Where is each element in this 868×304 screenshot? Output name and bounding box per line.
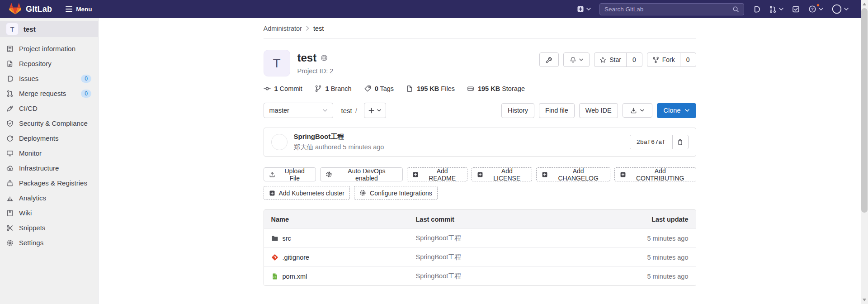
table-row[interactable]: pom.xml SpringBoot工程 5 minutes ago: [264, 266, 696, 285]
stat-tags[interactable]: 0 Tags: [364, 85, 394, 92]
stat-branches[interactable]: 1 Branch: [315, 85, 352, 92]
add-file-dropdown-button[interactable]: [364, 103, 386, 118]
gitlab-home-link[interactable]: GitLab: [9, 3, 52, 15]
chart-icon: [6, 195, 14, 202]
stat-storage[interactable]: 195 KB Storage: [467, 85, 525, 92]
fork-button[interactable]: Fork: [647, 53, 680, 66]
commit-message-link[interactable]: SpringBoot工程: [416, 272, 598, 280]
sidebar-item-ci-cd[interactable]: CI/CD: [0, 101, 98, 116]
auto-devops-button[interactable]: Auto DevOps enabled: [320, 167, 403, 181]
admin-wrench-button[interactable]: [539, 52, 559, 67]
copy-sha-button[interactable]: [672, 135, 688, 149]
search-input[interactable]: [604, 6, 732, 13]
breadcrumb-administrator-link[interactable]: Administrator: [264, 25, 302, 32]
star-count[interactable]: 0: [626, 53, 642, 66]
page-scrollbar[interactable]: [861, 0, 868, 304]
download-source-button[interactable]: [623, 103, 652, 118]
sidebar-item-snippets[interactable]: Snippets: [0, 220, 98, 235]
sidebar-item-repository[interactable]: Repository: [0, 56, 98, 71]
tag-icon: [364, 85, 371, 92]
quick-actions-row-2: Add Kubernetes cluster Configure Integra…: [264, 186, 696, 200]
add-license-button[interactable]: Add LICENSE: [472, 167, 532, 181]
wrench-icon: [546, 57, 552, 63]
file-link[interactable]: .gitignore: [283, 254, 310, 261]
find-file-button[interactable]: Find file: [539, 103, 575, 118]
merge-requests-count-badge: 0: [81, 90, 91, 98]
star-icon: [599, 57, 606, 63]
bell-icon: [570, 57, 576, 63]
sidebar-item-analytics[interactable]: Analytics: [0, 190, 98, 205]
git-file-icon: [271, 254, 278, 261]
rocket-icon: [6, 105, 14, 112]
add-readme-button[interactable]: Add README: [407, 167, 467, 181]
sidebar-item-security-compliance[interactable]: Security & Compliance: [0, 116, 98, 131]
star-button[interactable]: Star: [594, 53, 626, 66]
file-icon: [406, 85, 413, 92]
sidebar-item-monitor[interactable]: Monitor: [0, 146, 98, 161]
scrollbar-up-arrow-icon[interactable]: [863, 3, 866, 5]
fork-button-group: Fork 0: [647, 52, 696, 67]
shield-icon: [6, 120, 14, 127]
sidebar-project-header[interactable]: T test: [0, 21, 98, 37]
issues-navbar-button[interactable]: [753, 5, 760, 13]
add-changelog-button[interactable]: Add CHANGELOG: [536, 167, 610, 181]
chevron-down-icon: [779, 8, 783, 10]
new-menu-button[interactable]: [577, 5, 591, 13]
commit-sha-widget: 2baf67af: [630, 135, 689, 149]
commit-message-link[interactable]: SpringBoot工程: [416, 234, 598, 242]
issues-icon: [753, 5, 760, 13]
menu-button[interactable]: Menu: [66, 6, 92, 13]
add-contributing-button[interactable]: Add CONTRIBUTING: [614, 167, 696, 181]
sidebar-item-merge-requests[interactable]: Merge requests 0: [0, 86, 98, 101]
chevron-right-icon: [306, 26, 309, 31]
sidebar-item-issues[interactable]: Issues 0: [0, 71, 98, 86]
fork-count[interactable]: 0: [680, 53, 696, 66]
chevron-down-icon: [685, 109, 689, 112]
help-navbar-button[interactable]: ?: [808, 5, 823, 13]
gear-icon: [326, 171, 332, 178]
commit-message-link[interactable]: SpringBoot工程: [416, 253, 598, 261]
sidebar-item-settings[interactable]: Settings: [0, 235, 98, 250]
stat-commits[interactable]: 1 Commit: [264, 85, 302, 92]
repo-path: test /: [341, 107, 357, 114]
table-row[interactable]: src SpringBoot工程 5 minutes ago: [264, 228, 696, 247]
project-avatar: T: [264, 50, 290, 76]
upload-file-button[interactable]: Upload File: [264, 167, 316, 181]
configure-integrations-button[interactable]: Configure Integrations: [354, 186, 438, 200]
plus-square-icon: [577, 5, 584, 13]
user-menu-button[interactable]: [832, 4, 849, 14]
chevron-down-icon: [579, 58, 583, 61]
file-link[interactable]: pom.xml: [283, 273, 307, 280]
plus-icon: [368, 108, 374, 114]
help-icon: ?: [808, 5, 816, 13]
sidebar-item-wiki[interactable]: Wiki: [0, 205, 98, 220]
top-navbar: GitLab Menu: [0, 0, 861, 18]
commit-author-avatar[interactable]: [271, 134, 288, 150]
search-box[interactable]: [599, 3, 744, 15]
add-kubernetes-cluster-button[interactable]: Add Kubernetes cluster: [264, 186, 350, 200]
repo-path-root[interactable]: test: [341, 107, 352, 114]
disk-icon: [467, 85, 474, 92]
commit-sha: 2baf67af: [630, 135, 672, 149]
sidebar-item-project-information[interactable]: Project information: [0, 41, 98, 56]
stat-files[interactable]: 195 KB Files: [406, 85, 455, 92]
chevron-down-icon: [640, 109, 644, 112]
scrollbar-down-arrow-icon[interactable]: [863, 299, 866, 301]
clone-button[interactable]: Clone: [657, 103, 696, 118]
todos-navbar-button[interactable]: [792, 5, 800, 13]
file-link[interactable]: src: [283, 235, 291, 242]
sidebar-item-packages-registries[interactable]: Packages & Registries: [0, 176, 98, 190]
scrollbar-thumb[interactable]: [861, 8, 868, 213]
sidebar-item-deployments[interactable]: Deployments: [0, 131, 98, 146]
merge-request-icon: [6, 90, 14, 97]
sidebar-item-infrastructure[interactable]: Infrastructure: [0, 161, 98, 176]
table-row[interactable]: .gitignore SpringBoot工程 5 minutes ago: [264, 247, 696, 266]
history-button[interactable]: History: [501, 103, 534, 118]
branch-selector[interactable]: master: [264, 103, 333, 118]
download-icon: [630, 107, 637, 114]
notifications-dropdown-button[interactable]: [563, 52, 590, 67]
web-ide-button[interactable]: Web IDE: [579, 103, 618, 118]
merge-requests-navbar-button[interactable]: [769, 5, 783, 13]
deploy-icon: [6, 135, 14, 142]
commit-message-link[interactable]: SpringBoot工程: [294, 133, 344, 140]
